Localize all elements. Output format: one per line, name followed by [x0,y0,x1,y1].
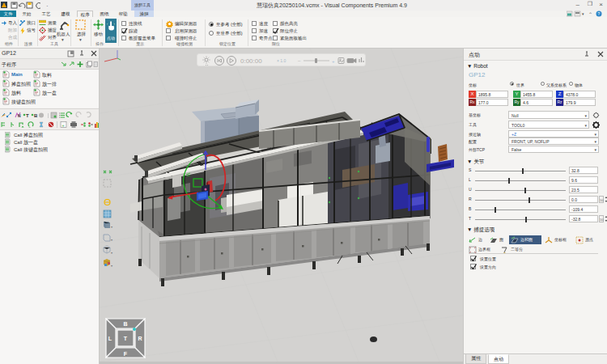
svg-text:+: + [62,123,65,128]
svg-text:R: R [138,336,142,341]
svg-text:B: B [34,113,38,118]
svg-text:▾: ▾ [111,225,112,229]
svg-text:0:00:00: 0:00:00 [240,57,262,65]
svg-text:T: T [124,336,128,341]
svg-text:▾: ▾ [111,238,112,242]
svg-text:× 1.0: × 1.0 [277,58,286,63]
svg-text:⌃: ⌃ [588,12,592,17]
svg-text:▾: ▾ [111,264,112,268]
svg-text:+: + [332,59,335,64]
svg-text:N: N [18,113,21,118]
svg-text:▾: ▾ [111,251,112,255]
svg-text:F: F [124,351,128,357]
svg-text:–: – [298,58,301,63]
svg-text:T: T [26,113,29,118]
svg-text:L: L [108,336,112,341]
svg-text:·: · [46,2,49,10]
svg-text:?: ? [597,11,600,16]
svg-text:B: B [123,321,127,327]
svg-text:▾: ▾ [582,11,584,16]
